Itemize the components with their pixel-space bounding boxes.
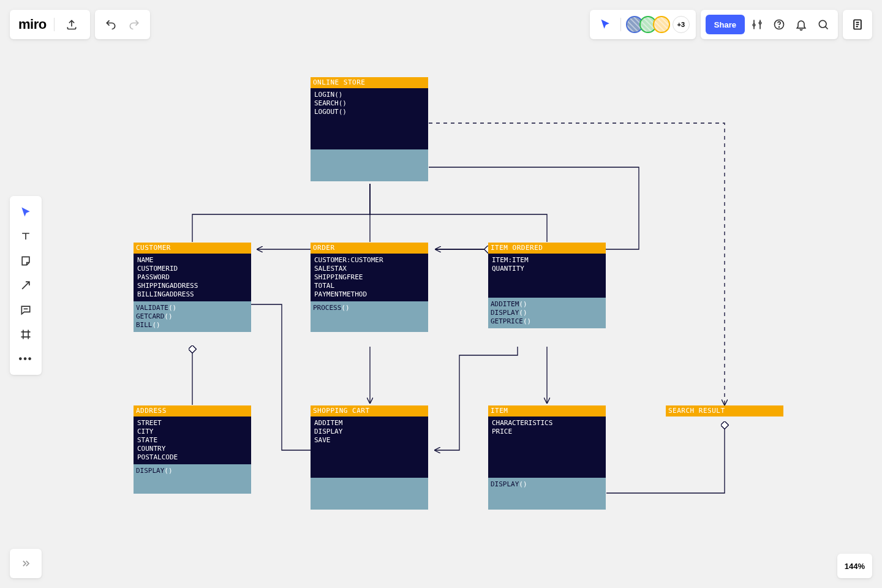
class-methods: DISPLAY(): [134, 464, 251, 494]
sliders-icon: [751, 18, 763, 31]
svg-point-1: [779, 27, 780, 28]
notes-icon: [851, 18, 864, 31]
class-methods: ADDITEM()DISPLAY()GETPRICE(): [488, 298, 606, 328]
tool-frame[interactable]: [15, 323, 37, 345]
export-button[interactable]: [62, 15, 81, 34]
class-title: SEARCH RESULT: [666, 405, 783, 417]
avatar[interactable]: [653, 16, 670, 33]
class-customer[interactable]: CUSTOMER NAMECUSTOMERIDPASSWORDSHIPPINGA…: [134, 243, 251, 332]
divider: [620, 18, 621, 31]
class-methods: PROCESS(): [311, 301, 428, 332]
avatar-stack[interactable]: +3: [626, 16, 690, 33]
frame-icon: [20, 328, 32, 341]
undo-icon: [105, 18, 117, 31]
undo-redo-pill: [95, 10, 150, 39]
redo-button[interactable]: [124, 15, 144, 34]
settings-button[interactable]: [747, 15, 767, 34]
class-title: ONLINE STORE: [311, 77, 428, 88]
search-button[interactable]: [813, 15, 833, 34]
tool-panel: •••: [10, 196, 42, 375]
class-item-ordered[interactable]: ITEM ORDERED ITEM:ITEMQUANTITY ADDITEM()…: [488, 243, 606, 328]
class-methods: VALIDATE()GETCARD()BILL(): [134, 301, 251, 332]
tool-sticky[interactable]: [15, 250, 37, 272]
tool-select[interactable]: [15, 201, 37, 223]
class-attrs: CHARACTERISTICSPRICE: [488, 417, 606, 478]
zoom-indicator[interactable]: 144%: [837, 554, 872, 578]
canvas[interactable]: ONLINE STORE LOGIN()SEARCH()LOGOUT() CUS…: [0, 0, 882, 588]
upload-icon: [66, 18, 78, 31]
class-attrs: NAMECUSTOMERIDPASSWORDSHIPPINGADDRESSBIL…: [134, 254, 251, 301]
class-attrs: ITEM:ITEMQUANTITY: [488, 254, 606, 298]
comment-icon: [20, 304, 32, 316]
avatar-overflow[interactable]: +3: [673, 16, 690, 33]
class-title: CUSTOMER: [134, 243, 251, 254]
zoom-level: 144%: [845, 562, 865, 571]
class-methods: [311, 149, 428, 181]
notifications-button[interactable]: [791, 15, 811, 34]
tool-text[interactable]: [15, 225, 37, 247]
help-button[interactable]: [769, 15, 789, 34]
class-title: ITEM: [488, 405, 606, 417]
divider: [54, 18, 55, 31]
arrow-icon: [20, 279, 32, 292]
class-address[interactable]: ADDRESS STREETCITYSTATECOUNTRYPOSTALCODE…: [134, 405, 251, 494]
class-attrs: CUSTOMER:CUSTOMERSALESTAXSHIPPINGFREETOT…: [311, 254, 428, 301]
class-title: ITEM ORDERED: [488, 243, 606, 254]
undo-button[interactable]: [101, 15, 121, 34]
class-item[interactable]: ITEM CHARACTERISTICSPRICE DISPLAY(): [488, 405, 606, 510]
chevrons-right-icon: [20, 557, 32, 570]
class-order[interactable]: ORDER CUSTOMER:CUSTOMERSALESTAXSHIPPINGF…: [311, 243, 428, 332]
bell-icon: [795, 18, 807, 31]
cursor-icon: [600, 18, 612, 31]
search-icon: [817, 18, 829, 31]
class-attrs: LOGIN()SEARCH()LOGOUT(): [311, 88, 428, 149]
class-title: SHOPPING CART: [311, 405, 428, 417]
app-logo[interactable]: miro: [18, 17, 47, 32]
top-bar: miro +3: [10, 10, 872, 39]
redo-icon: [128, 18, 140, 31]
connectors-layer: [0, 0, 882, 588]
class-title: ADDRESS: [134, 405, 251, 417]
notes-pill[interactable]: [843, 10, 872, 39]
cursor-tracking-button[interactable]: [596, 15, 616, 34]
logo-pill: miro: [10, 10, 90, 39]
class-shopping-cart[interactable]: SHOPPING CART ADDITEMDISPLAYSAVE: [311, 405, 428, 510]
sticky-note-icon: [20, 255, 32, 267]
class-title: ORDER: [311, 243, 428, 254]
help-icon: [773, 18, 785, 31]
tool-comment[interactable]: [15, 299, 37, 321]
pointer-icon: [20, 206, 32, 218]
class-attrs: ADDITEMDISPLAYSAVE: [311, 417, 428, 478]
class-search-result[interactable]: SEARCH RESULT: [666, 405, 783, 417]
tool-more[interactable]: •••: [15, 348, 37, 370]
presence-pill: +3: [590, 10, 696, 39]
class-attrs: STREETCITYSTATECOUNTRYPOSTALCODE: [134, 417, 251, 464]
svg-point-2: [819, 20, 826, 28]
actions-pill: Share: [701, 10, 838, 39]
tool-connector[interactable]: [15, 274, 37, 296]
share-button[interactable]: Share: [706, 15, 745, 34]
text-icon: [20, 230, 32, 243]
class-online-store[interactable]: ONLINE STORE LOGIN()SEARCH()LOGOUT(): [311, 77, 428, 181]
more-icon: •••: [19, 353, 33, 364]
class-methods: DISPLAY(): [488, 478, 606, 510]
expand-panel-button[interactable]: [10, 549, 42, 578]
class-methods: [311, 478, 428, 510]
